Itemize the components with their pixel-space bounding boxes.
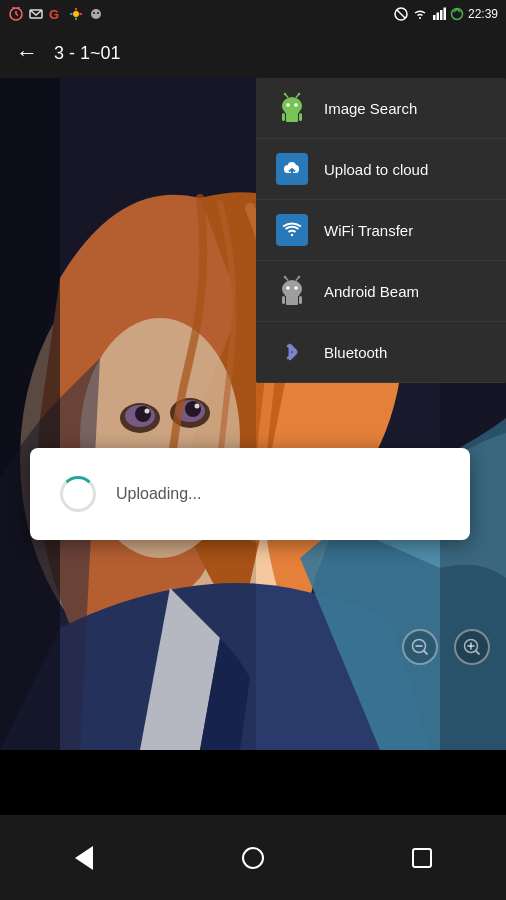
android-beam-icon [276,275,308,307]
nav-recents-button[interactable] [402,838,442,878]
wifi-transfer-icon [276,214,308,246]
svg-line-3 [13,7,15,8]
bluetooth-icon [276,336,308,368]
svg-rect-33 [0,78,60,750]
svg-point-30 [185,401,201,417]
svg-point-37 [294,103,298,107]
menu-item-image-search[interactable]: Image Search [256,78,506,139]
back-triangle-icon [75,846,93,870]
gmail-icon [28,6,44,22]
svg-rect-40 [282,113,285,121]
dropdown-menu: Image Search Upload to cloud [256,78,506,383]
upload-dialog: Uploading... [30,448,470,540]
signal-icon [432,7,446,21]
svg-rect-42 [286,112,298,122]
svg-rect-53 [282,296,285,304]
wifi-transfer-label: WiFi Transfer [324,222,413,239]
image-search-icon [276,92,308,124]
svg-rect-19 [440,10,443,20]
svg-point-13 [93,12,95,14]
nav-bar [0,815,506,900]
home-circle-icon [242,847,264,869]
svg-line-16 [397,10,405,18]
svg-rect-41 [299,113,302,121]
zoom-in-button[interactable] [454,629,490,665]
menu-item-android-beam[interactable]: Android Beam [256,261,506,322]
svg-line-2 [16,14,18,16]
svg-point-12 [91,9,101,19]
svg-point-29 [135,406,151,422]
menu-item-wifi-transfer[interactable]: WiFi Transfer [256,200,506,261]
upload-cloud-icon [276,153,308,185]
svg-point-36 [286,103,290,107]
menu-item-upload-to-cloud[interactable]: Upload to cloud [256,139,506,200]
sync-icon [450,7,464,21]
svg-point-59 [298,276,300,278]
loading-spinner [60,476,96,512]
main-content: Image Search Upload to cloud [0,78,506,750]
svg-text:G: G [49,7,59,21]
github-icon [88,6,104,22]
alarm-icon [8,6,24,22]
svg-line-4 [18,7,20,8]
svg-point-57 [284,276,286,278]
svg-line-66 [476,651,480,655]
uploading-text: Uploading... [116,485,201,503]
svg-rect-20 [443,8,446,21]
photos-icon [68,6,84,22]
status-bar: G [0,0,506,28]
svg-rect-54 [299,296,302,304]
zoom-controls [402,629,490,665]
status-icons-left: G [8,6,104,22]
nav-home-button[interactable] [233,838,273,878]
svg-point-21 [451,9,462,20]
svg-point-14 [97,12,99,14]
svg-point-46 [298,93,300,95]
zoom-out-button[interactable] [402,629,438,665]
no-sim-icon [394,7,408,21]
svg-rect-18 [436,13,439,21]
svg-point-32 [195,404,200,409]
menu-item-bluetooth[interactable]: Bluetooth [256,322,506,383]
image-search-label: Image Search [324,100,417,117]
wifi-icon [412,7,428,21]
svg-point-44 [284,93,286,95]
android-beam-label: Android Beam [324,283,419,300]
page-title: 3 - 1~01 [54,43,121,64]
svg-line-62 [424,651,428,655]
back-button[interactable]: ← [16,40,38,66]
svg-rect-55 [286,295,298,305]
svg-point-7 [73,11,79,17]
nav-back-button[interactable] [64,838,104,878]
gplus-icon: G [48,6,64,22]
top-bar: ← 3 - 1~01 [0,28,506,78]
recents-square-icon [412,848,432,868]
bluetooth-label: Bluetooth [324,344,387,361]
time-display: 22:39 [468,7,498,21]
svg-point-50 [294,286,298,290]
svg-point-49 [286,286,290,290]
upload-to-cloud-label: Upload to cloud [324,161,428,178]
svg-rect-17 [433,15,436,20]
svg-point-31 [145,409,150,414]
status-icons-right: 22:39 [394,7,498,21]
